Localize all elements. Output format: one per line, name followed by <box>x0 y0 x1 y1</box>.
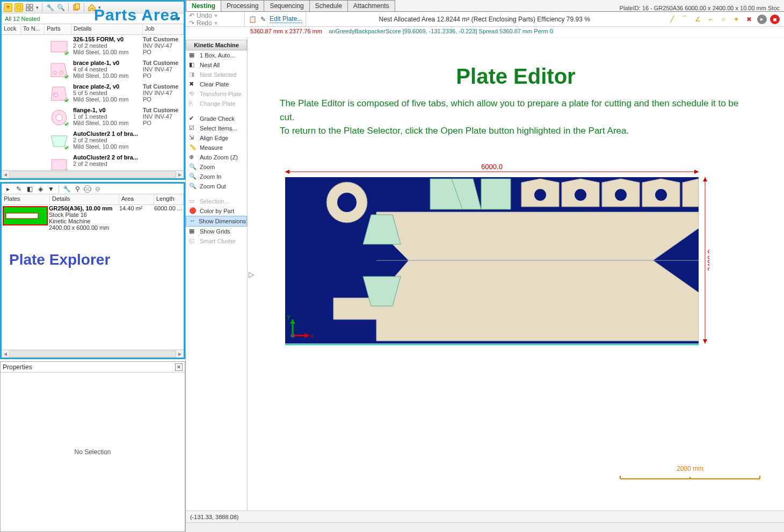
tool-show-dimensions[interactable]: ↔Show Dimensions <box>186 216 247 227</box>
tool-select-items[interactable]: ☑Select Items... <box>186 123 247 133</box>
list-item[interactable]: flange-1, v01 of 1 nestedMild Steel, 10.… <box>2 106 184 129</box>
tool-show-grids[interactable]: ▦Show Grids <box>186 227 247 236</box>
point-tool-icon[interactable]: ✦ <box>731 14 741 24</box>
plate-explorer-panel: ▸ ✎ ◧ ◈ ▼ 🔧 ⚲ GO ⊖ Plates Details Area L… <box>0 182 185 359</box>
tab-nesting[interactable]: Nesting <box>186 0 221 11</box>
svg-point-34 <box>337 193 357 212</box>
tool-zoom-out[interactable]: 🔍Zoom Out <box>186 181 247 191</box>
redo-button[interactable]: ↷Redo ▾ <box>189 19 241 27</box>
svg-point-43 <box>534 189 546 201</box>
tool-color-by-part[interactable]: 🔴Color by Part <box>186 206 247 216</box>
dropdown-arrow[interactable]: ▾ <box>36 5 39 10</box>
properties-panel: Properties ✕ No Selection <box>0 361 185 532</box>
horizontal-scrollbar[interactable]: ◂▸ <box>2 349 184 358</box>
layers-icon[interactable] <box>4 3 12 12</box>
expand-icon[interactable]: ▸ <box>4 185 12 193</box>
col-lock[interactable]: Lock <box>2 24 21 34</box>
stop-button[interactable]: ■ <box>770 14 780 24</box>
col-job[interactable]: Job <box>143 24 184 34</box>
col-plates[interactable]: Plates <box>2 194 50 205</box>
plate-area: 14.40 m² <box>119 205 154 231</box>
plate-canvas[interactable]: ▷ Plate Editor The Plate Editor is compo… <box>248 38 784 511</box>
tool-auto-zoom-z[interactable]: ⊕Auto Zoom (Z) <box>186 152 247 162</box>
tool-zoom[interactable]: 🔍Zoom <box>186 162 247 172</box>
col-length[interactable]: Length <box>154 194 184 205</box>
circle-tool-icon[interactable]: ○ <box>718 14 728 24</box>
properties-header: Properties ✕ <box>1 362 185 373</box>
top-dim-label: 6000.0 <box>481 163 503 171</box>
tool-icon: 🔍 <box>189 183 197 190</box>
tool-icon: 🔴 <box>189 207 197 215</box>
tool-nest-all[interactable]: ◧Nest All <box>186 60 247 70</box>
line-tool-icon[interactable]: ╱ <box>667 14 677 24</box>
plate-line1: Stock Plate 16 <box>49 212 119 218</box>
tool-zoom-in[interactable]: 🔍Zoom In <box>186 172 247 181</box>
remove-icon[interactable]: ⊖ <box>93 185 102 193</box>
list-item[interactable]: AutoCluster2 1 of bra...2 of 2 nestedMil… <box>2 129 184 153</box>
tag-icon[interactable]: ◈ <box>36 185 45 193</box>
bottom-scrollbar[interactable] <box>186 522 784 532</box>
svg-rect-1 <box>26 4 29 7</box>
plate-list[interactable]: GR250(A36), 10.00 mm Stock Plate 16 Kine… <box>2 205 184 349</box>
list-item[interactable]: brace plate-2, v05 of 5 nestedMild Steel… <box>2 82 184 106</box>
arc-tool-icon[interactable]: ⌒ <box>680 14 689 24</box>
list-item[interactable]: brace plate-1, v04 of 4 nestedMild Steel… <box>2 59 184 82</box>
forward-button[interactable]: ▸ <box>757 14 767 24</box>
col-details[interactable]: Details <box>71 24 143 34</box>
corner-tool-icon[interactable]: ⌐ <box>706 14 715 24</box>
col-details[interactable]: Details <box>50 194 119 205</box>
tool-clear-plate[interactable]: ✖Clear Plate <box>186 79 247 89</box>
properties-body: No Selection <box>1 373 185 531</box>
svg-text:x: x <box>311 333 314 339</box>
go-icon[interactable]: GO <box>84 185 91 193</box>
link-icon[interactable]: ⚲ <box>73 185 82 193</box>
svg-marker-29 <box>703 177 707 181</box>
wrench-icon[interactable]: 🔧 <box>46 3 54 12</box>
col-ton[interactable]: To N... <box>21 24 45 34</box>
table-row[interactable]: GR250(A36), 10.00 mm Stock Plate 16 Kine… <box>2 205 184 231</box>
svg-marker-37 <box>481 179 511 209</box>
grid-icon[interactable] <box>25 3 34 12</box>
plate-drawing: 6000.0 2400.0 <box>269 158 709 368</box>
svg-rect-0 <box>17 5 20 9</box>
status-bar: (-131.33, 3888.08) <box>186 511 784 522</box>
angle-tool-icon[interactable]: ∠ <box>693 14 702 24</box>
plate-id-title: PlateID: 16 - GR250A36 6000.00 x 2400.00… <box>615 5 784 11</box>
tool-smart-cluster: ◱Smart Cluster <box>186 236 247 246</box>
tool-1-box-auto[interactable]: ▦1 Box, Auto... <box>186 50 247 60</box>
edit-plate-label: Edit Plate... <box>270 15 302 23</box>
tool-align-edge[interactable]: ⇲Align Edge <box>186 133 247 143</box>
tool-icon: ⟲ <box>189 90 197 98</box>
delete-tool-icon[interactable]: ✖ <box>744 14 754 24</box>
tab-schedule[interactable]: Schedule <box>309 0 348 11</box>
list-item[interactable]: AutoCluster2 2 of bra...2 of 2 nested <box>2 153 184 170</box>
svg-rect-7 <box>51 41 67 52</box>
svg-text:y: y <box>287 314 290 319</box>
tab-attachments[interactable]: Attachments <box>347 0 395 11</box>
tool-tree-header[interactable]: Kinetic Machine <box>186 40 247 50</box>
search-icon[interactable]: 🔍 <box>56 3 65 12</box>
right-toolbar: ╱ ⌒ ∠ ⌐ ○ ✦ ✖ ▸ ■ <box>663 14 784 24</box>
tool-grade-check[interactable]: ✔Grade Check <box>186 114 247 123</box>
horizontal-scrollbar[interactable]: ◂▸ <box>2 170 184 178</box>
collapse-arrow-icon[interactable]: ▷ <box>249 270 255 279</box>
svg-rect-3 <box>26 8 29 11</box>
list-item[interactable]: 326-155 FORM, v02 of 2 nestedMild Steel,… <box>2 35 184 59</box>
filter-icon[interactable]: ▼ <box>47 185 55 193</box>
tool-icon: ☑ <box>189 125 197 132</box>
pencil-icon[interactable]: ✎ <box>14 185 23 193</box>
tool-measure[interactable]: 📏Measure <box>186 143 247 152</box>
col-area[interactable]: Area <box>119 194 154 205</box>
wrench-icon[interactable]: 🔧 <box>62 185 71 193</box>
close-icon[interactable]: ✕ <box>175 363 183 371</box>
edit-plate-button[interactable]: 📋 ✎ Edit Plate... <box>245 12 306 26</box>
col-parts[interactable]: Parts <box>45 24 71 34</box>
undo-button[interactable]: ↶Undo ▾ <box>189 12 241 19</box>
copy-icon[interactable] <box>72 3 81 12</box>
parts-list[interactable]: 326-155 FORM, v02 of 2 nestedMild Steel,… <box>2 35 184 170</box>
stack-icon[interactable] <box>14 3 23 12</box>
tab-processing[interactable]: Processing <box>221 0 264 11</box>
tab-sequencing[interactable]: Sequencing <box>264 0 309 11</box>
shapes-icon[interactable]: ◧ <box>25 185 34 193</box>
svg-point-44 <box>575 189 586 201</box>
